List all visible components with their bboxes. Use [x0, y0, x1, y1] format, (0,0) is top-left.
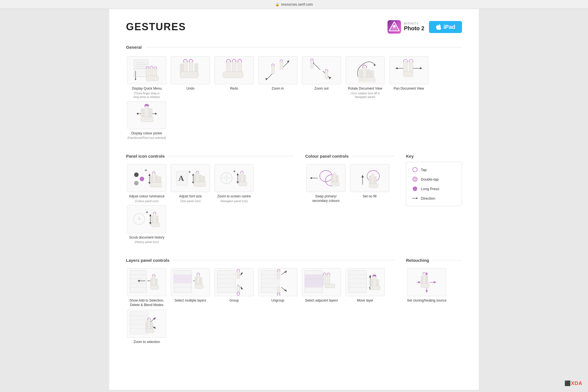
layers-section: Layers panel controls	[126, 258, 395, 344]
svg-rect-210	[323, 275, 326, 284]
svg-rect-125	[151, 216, 153, 223]
gesture-undo: Undo	[170, 56, 211, 99]
svg-rect-177	[217, 270, 235, 293]
gesture-label: Display Quick Menu	[132, 87, 162, 91]
svg-rect-240	[146, 329, 154, 333]
main-content: GESTURES	[109, 9, 479, 390]
svg-rect-17	[146, 76, 158, 81]
affinity-label: AFFINITY	[404, 22, 424, 25]
general-gestures-grid: Display Quick Menu (Three-finger drag or…	[126, 56, 462, 140]
affinity-product: Photo 2	[404, 25, 424, 32]
svg-rect-111	[239, 175, 241, 183]
gesture-label: Zoom out	[314, 87, 329, 91]
svg-rect-253	[426, 276, 428, 284]
svg-rect-140	[369, 176, 371, 184]
svg-rect-23	[180, 64, 183, 73]
svg-rect-85	[158, 176, 161, 183]
affinity-logo: AFFINITY Photo 2	[388, 20, 424, 34]
affinity-icon	[388, 20, 401, 34]
gesture-zoom-out: Zoom out	[301, 56, 342, 99]
svg-marker-58	[420, 67, 422, 69]
svg-rect-63	[403, 72, 413, 77]
svg-text:A: A	[178, 174, 184, 183]
svg-rect-169	[174, 279, 192, 283]
svg-rect-142	[369, 184, 378, 188]
svg-rect-127	[151, 223, 160, 227]
svg-point-143	[413, 167, 417, 172]
svg-rect-50	[363, 67, 367, 78]
svg-marker-65	[136, 113, 138, 115]
svg-rect-226	[370, 286, 380, 290]
svg-rect-72	[141, 117, 153, 122]
retouching-line	[433, 260, 462, 260]
key-inner: Tap Double-tap	[406, 162, 462, 206]
gesture-label: Set cloning/healing source	[407, 298, 447, 303]
svg-rect-99	[194, 182, 206, 186]
svg-rect-112	[244, 175, 246, 183]
gesture-zoom-selection: Zoom to selection	[126, 310, 167, 344]
svg-point-74	[140, 177, 144, 181]
page-header: GESTURES	[126, 20, 462, 34]
svg-rect-126	[156, 216, 158, 223]
svg-rect-26	[227, 62, 230, 73]
ipad-label: iPad	[444, 24, 455, 30]
gesture-sublabel: (History panel icon)	[135, 240, 159, 244]
tap-icon	[412, 167, 418, 173]
svg-rect-187	[237, 271, 240, 279]
svg-rect-161	[155, 279, 158, 286]
svg-marker-183	[241, 272, 243, 275]
svg-rect-47	[325, 71, 328, 79]
layers-header: Layers panel controls	[126, 258, 395, 263]
svg-rect-200	[277, 271, 280, 279]
direction-icon	[412, 195, 418, 201]
svg-rect-224	[370, 279, 372, 287]
gesture-pan-doc: Pan Document View	[388, 56, 430, 99]
panel-icon-grid: Adjust colour luminance (Colour panel ic…	[126, 164, 294, 244]
svg-rect-173	[197, 275, 200, 285]
svg-rect-12	[146, 68, 149, 77]
svg-marker-56	[395, 67, 398, 69]
gesture-show-add: Show Add to Selection,Delete & Blend Mod…	[126, 268, 167, 307]
gesture-sublabel: (Turn rotation lock off inNavigator pane…	[351, 92, 380, 99]
gesture-label: Select adjacent layers	[305, 298, 338, 303]
gesture-label: Group	[229, 298, 239, 303]
svg-rect-37	[272, 66, 274, 74]
svg-rect-14	[150, 68, 153, 77]
colour-panel-section: Colour panel controls	[305, 154, 395, 244]
gesture-colour-picker: Display colour picker (Paintbrush/Pixel …	[126, 101, 167, 140]
gesture-sublabel: (Text panel icon)	[180, 199, 200, 203]
key-tap: Tap	[412, 167, 456, 173]
gesture-ungroup: Ungroup	[257, 268, 298, 307]
colour-panel-header: Colour panel controls	[305, 154, 395, 158]
key-title: Key	[406, 154, 462, 158]
gesture-zoom-centre: Zoom to screen centre (Navigator panel i…	[213, 164, 255, 203]
svg-marker-246	[417, 281, 420, 283]
svg-marker-10	[135, 79, 136, 80]
xda-watermark: ⬛XDA	[564, 380, 582, 386]
gesture-label: Ungroup	[271, 298, 284, 303]
gesture-label: Pan Document View	[394, 87, 424, 91]
retouching-section: Retouching	[406, 258, 462, 344]
svg-rect-86	[150, 183, 162, 187]
svg-rect-98	[202, 176, 205, 183]
colour-panel-grid: Swap primary/secondary colours	[305, 164, 395, 203]
long-press-icon	[412, 186, 418, 192]
svg-rect-19	[183, 62, 187, 73]
layers-grid: Show Add to Selection,Delete & Blend Mod…	[126, 268, 395, 344]
svg-marker-198	[284, 290, 287, 292]
retouching-header: Retouching	[406, 258, 462, 263]
svg-marker-244	[426, 290, 428, 293]
svg-marker-235	[153, 327, 156, 329]
svg-rect-84	[155, 175, 158, 183]
svg-rect-45	[311, 60, 313, 68]
svg-rect-16	[154, 68, 157, 77]
gesture-redo: Redo	[213, 56, 255, 99]
apple-icon	[436, 24, 441, 30]
svg-marker-107	[237, 173, 239, 175]
layers-section-wrapper: Layers panel controls	[126, 258, 462, 344]
gesture-display-quick-menu: Display Quick Menu (Three-finger drag or…	[126, 56, 167, 99]
gesture-label: Swap primary/secondary colours	[312, 194, 339, 203]
svg-rect-97	[199, 175, 202, 183]
gesture-label: Move layer	[357, 298, 374, 303]
affinity-text: AFFINITY Photo 2	[404, 22, 424, 32]
